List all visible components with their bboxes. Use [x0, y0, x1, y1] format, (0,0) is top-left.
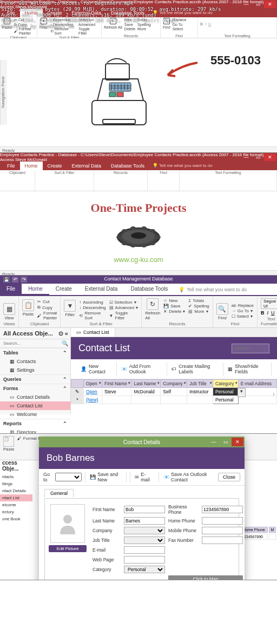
nav-group-queries[interactable]: Queries⌃	[0, 374, 70, 384]
tell-me[interactable]: 💡 Tell me what you want to do	[149, 162, 216, 170]
remove-sort-button[interactable]: ⟲ Remove Sort	[79, 311, 105, 320]
last-name-input[interactable]	[124, 517, 165, 525]
ascending-button[interactable]: ↑ Ascending	[79, 300, 105, 305]
tab-contact-list[interactable]: ▭ Contact List	[71, 328, 115, 337]
toggle-filter-button[interactable]: ▼ Toggle Filter	[109, 311, 138, 320]
nav-group-forms[interactable]: Forms⌃	[0, 384, 70, 393]
nav-item-directory[interactable]: ▥ Directory	[0, 428, 70, 434]
close-form-button[interactable]: Close	[218, 473, 240, 481]
fax-input[interactable]	[202, 536, 243, 544]
table-row[interactable]: ✎ Open Steve McDonald Self Instructor Pe…	[71, 388, 277, 396]
nav-item-welcome[interactable]: ▭ Welcome	[0, 410, 70, 419]
tab-create[interactable]: Create	[43, 162, 67, 170]
filter-button[interactable]: ▼Filter	[64, 300, 76, 317]
form-search-input[interactable]	[232, 344, 269, 353]
cell-first-name[interactable]: Steve	[102, 388, 131, 396]
nav-item-settings[interactable]: ▦ Settings	[0, 366, 70, 374]
new-contact-button[interactable]: 👤 New Contact	[76, 363, 117, 375]
save-outlook-button[interactable]: 📧 Save As Outlook Contact	[159, 472, 218, 482]
copy-button[interactable]: ⧉ Copy	[37, 305, 57, 310]
nav-group-tables[interactable]: Tables⌃	[0, 348, 70, 357]
nav-item-contact-list[interactable]: ▭ Contact List	[0, 401, 70, 410]
new-row-placeholder[interactable]: (New)	[86, 397, 98, 403]
selection-button[interactable]: ☑ Selection ▾	[109, 300, 138, 305]
advanced-button[interactable]: ▤ Advanced ▾	[109, 305, 138, 310]
cell-category[interactable]: Personal▾	[213, 388, 238, 396]
font-name-select[interactable]: Segoe UI	[261, 298, 277, 309]
cell-email[interactable]: I	[238, 388, 276, 396]
nav-item-contact-details[interactable]: ▭ Contact Details	[0, 393, 70, 401]
nav-group-reports[interactable]: Reports⌃	[0, 419, 70, 428]
maximize-button[interactable]: ▭	[252, 1, 264, 8]
tab-general[interactable]: General	[44, 489, 74, 497]
cut-button[interactable]: ✂ Cut	[37, 299, 57, 304]
home-phone-input[interactable]	[202, 517, 243, 525]
col-last-name[interactable]: Last Name▾	[131, 380, 161, 388]
col-open[interactable]: Open▾	[84, 380, 102, 388]
picture-placeholder[interactable]	[50, 504, 85, 543]
row-selector[interactable]: ✎	[71, 388, 84, 396]
col-first-name[interactable]: First Name▾	[102, 380, 131, 388]
qat-save-icon[interactable]: 💾	[3, 277, 10, 283]
tab-home[interactable]: Home	[20, 162, 43, 170]
maximize-button[interactable]: ▭	[220, 438, 232, 446]
nav-item[interactable]: ntact List	[0, 494, 32, 501]
col-company[interactable]: Company▾	[161, 380, 187, 388]
nav-item-contacts[interactable]: ▦ Contacts	[0, 357, 70, 366]
new-button[interactable]: ☆ New	[163, 298, 185, 303]
add-from-outlook-button[interactable]: 📧 Add From Outlook	[117, 363, 167, 375]
maximize-button[interactable]: ▭	[252, 153, 264, 161]
first-name-input[interactable]	[124, 506, 165, 513]
business-phone-input[interactable]	[202, 506, 243, 513]
italic-button[interactable]: I	[267, 310, 269, 316]
click-to-map-button[interactable]: Click to Map	[168, 575, 243, 580]
tab-file[interactable]: File	[2, 162, 20, 170]
delete-button[interactable]: ✕ Delete ▾	[163, 309, 185, 314]
nav-search-input[interactable]	[2, 340, 62, 346]
web-page-input[interactable]	[124, 556, 165, 564]
tell-me[interactable]: 💡Tell me what you want to do	[174, 284, 251, 295]
nav-search[interactable]: 🔍	[0, 339, 70, 348]
find-button[interactable]: 🔍Find	[216, 303, 228, 320]
open-link[interactable]: Open	[86, 389, 97, 394]
nav-item[interactable]: ntacts	[0, 473, 32, 480]
goto-button[interactable]: → Go To ▾	[232, 308, 254, 313]
category-dropdown-option[interactable]: Personal	[213, 396, 238, 404]
col-m[interactable]: M	[269, 527, 276, 533]
email-button[interactable]: ✉ E-mail	[130, 472, 155, 482]
close-button[interactable]: ✕	[264, 1, 276, 8]
underline-button[interactable]: U	[271, 310, 275, 316]
mobile-phone-input[interactable]	[202, 527, 243, 534]
bold-button[interactable]: B	[261, 310, 265, 316]
format-painter-button[interactable]: 🖌 Format Painter	[37, 311, 57, 320]
navigation-pane-collapsed[interactable]: Navigation Pane	[0, 60, 7, 125]
view-button[interactable]: ▦View	[3, 303, 15, 320]
totals-button[interactable]: Σ Totals	[188, 298, 209, 303]
tab-external-data[interactable]: External Data	[78, 284, 124, 295]
tab-database-tools[interactable]: Database Tools	[124, 284, 174, 295]
col-email[interactable]: E-mail Address	[238, 380, 276, 388]
nav-item[interactable]: one Book	[0, 515, 32, 522]
nav-item[interactable]: ntact Details	[0, 487, 32, 494]
more-button[interactable]: ▤ More ▾	[188, 309, 209, 314]
tab-home[interactable]: Home	[22, 284, 49, 295]
save-button[interactable]: 💾 Save	[163, 304, 185, 308]
paste-button[interactable]: 📋Paste	[3, 436, 14, 458]
cell-job-title[interactable]: Instructor	[187, 388, 213, 396]
email-input[interactable]	[124, 546, 165, 554]
nav-item[interactable]: elcome	[0, 501, 32, 508]
company-select[interactable]	[124, 527, 165, 534]
tab-create[interactable]: Create	[49, 284, 78, 295]
qat-redo-icon[interactable]: ↷	[21, 277, 27, 283]
descending-button[interactable]: ↓ Descending	[79, 305, 105, 310]
select-button[interactable]: ☐ Select ▾	[232, 314, 254, 319]
nav-item[interactable]: ttings	[0, 480, 32, 487]
show-hide-fields-button[interactable]: ▦ Show/Hide Fields	[223, 363, 272, 375]
job-title-select[interactable]	[124, 536, 165, 544]
tab-file[interactable]: File	[0, 284, 22, 295]
minimize-button[interactable]: —	[208, 438, 220, 446]
minimize-button[interactable]: —	[240, 153, 252, 161]
spelling-button[interactable]: ✔ Spelling	[188, 304, 209, 308]
cell-company[interactable]: Self	[161, 388, 187, 396]
create-mailing-labels-button[interactable]: 🏷 Create Mailing Labels	[167, 363, 223, 375]
